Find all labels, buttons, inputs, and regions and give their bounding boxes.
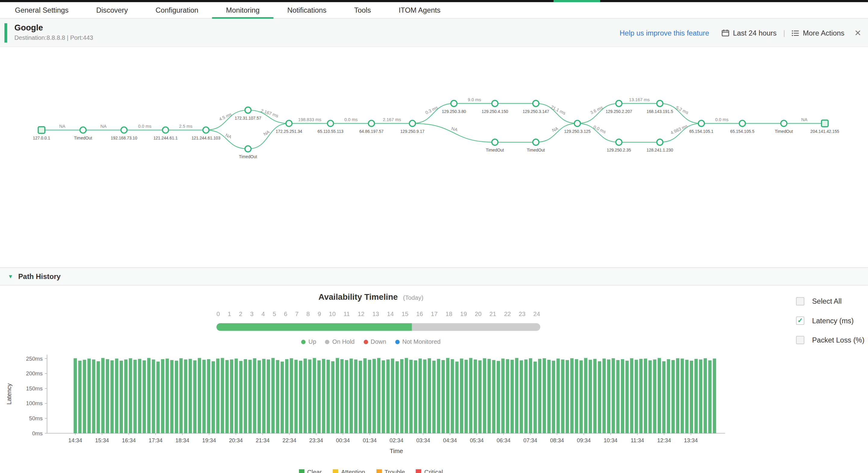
latency-bar (602, 358, 606, 433)
latency-bar (441, 360, 445, 433)
tab-discovery[interactable]: Discovery (82, 2, 142, 18)
latency-bar (212, 361, 215, 433)
hop-node-timedout[interactable] (492, 139, 498, 145)
latency-bar (607, 359, 610, 433)
tab-configuration[interactable]: Configuration (142, 2, 212, 18)
latency-bar (143, 360, 146, 433)
latency-bar (566, 360, 569, 433)
edge-latency-label: 13.167 ms (629, 97, 650, 102)
hop-node-129-250-3-147[interactable] (533, 100, 539, 106)
hop-node-192-168-73-10[interactable] (121, 127, 127, 133)
hop-node-timedout[interactable] (80, 127, 86, 133)
hour-tick: 6 (284, 310, 287, 317)
latency-bar (359, 360, 362, 433)
hop-node-172-31-107-57[interactable] (245, 107, 251, 113)
latency-bar (704, 358, 707, 433)
toggle-packet-loss[interactable]: Packet Loss (%) (796, 335, 864, 344)
latency-bar (281, 361, 284, 433)
checkbox-packet-loss[interactable] (796, 336, 804, 344)
hop-node-129-250-4-150[interactable] (492, 100, 498, 106)
latency-bar (133, 360, 137, 433)
hop-node-128-241-1-230[interactable] (657, 139, 663, 145)
latency-bar (621, 359, 624, 433)
hour-tick: 20 (475, 310, 481, 317)
latency-bar (396, 361, 399, 433)
tab-itom-agents[interactable]: ITOM Agents (385, 2, 455, 18)
checkbox-select-all[interactable] (796, 297, 804, 305)
hop-node-65-154-105-5[interactable] (739, 120, 745, 126)
path-edge (248, 124, 289, 149)
latency-bar (322, 359, 325, 433)
hop-node-129-250-2-35[interactable] (616, 139, 622, 145)
hop-node-204-141-42-155[interactable] (822, 120, 828, 127)
metric-toggles: Select All✓Latency (ms)Packet Loss (%) (796, 296, 864, 355)
hop-node-172-25-251-34[interactable] (286, 120, 292, 126)
hop-node-129-250-2-207[interactable] (616, 100, 622, 106)
hop-node-timedout[interactable] (781, 120, 787, 126)
latency-bar (570, 358, 574, 433)
x-axis-tick: 10:34 (604, 437, 618, 443)
tab-general-settings[interactable]: General Settings (1, 2, 83, 18)
toggle-select-all[interactable]: Select All (796, 296, 864, 305)
hop-node-168-143-191-5[interactable] (657, 100, 663, 106)
latency-bar (235, 358, 238, 433)
time-range-selector[interactable]: Last 24 hours (721, 29, 776, 37)
status-legend-clear: Clear (299, 469, 322, 473)
tab-notifications[interactable]: Notifications (273, 2, 340, 18)
latency-bar (506, 359, 509, 433)
latency-bar (552, 360, 555, 433)
legend-dot-icon (364, 340, 368, 344)
path-history-header[interactable]: ▼ Path History (0, 267, 868, 286)
latency-bar (533, 361, 537, 433)
toggle-latency-ms[interactable]: ✓Latency (ms) (796, 316, 864, 325)
hop-node-64-86-197-57[interactable] (368, 120, 374, 126)
latency-bar (345, 360, 348, 433)
hour-tick: 14 (387, 310, 394, 317)
hop-node-127-0-0-1[interactable] (38, 127, 45, 133)
edge-latency-label: NA (100, 124, 107, 129)
latency-bar (193, 360, 196, 433)
close-icon[interactable]: ✕ (855, 28, 861, 38)
latency-bar (299, 360, 302, 433)
hop-node-129-250-3-80[interactable] (451, 100, 457, 106)
hour-tick: 11 (344, 310, 350, 317)
latency-bar (589, 360, 592, 433)
latency-bar (110, 360, 114, 433)
hop-node-129-250-9-17[interactable] (409, 120, 415, 126)
hop-node-129-250-3-125[interactable] (575, 120, 581, 126)
latency-bar (456, 361, 459, 433)
latency-bar (653, 359, 656, 433)
latency-bar (639, 359, 643, 433)
latency-bar (165, 358, 169, 433)
latency-bar (207, 359, 210, 433)
hop-node-timedout[interactable] (245, 146, 251, 152)
header-separator: | (783, 29, 785, 37)
top-nav-active-indicator (554, 0, 600, 2)
hop-node-65-110-55-113[interactable] (327, 120, 333, 126)
latency-bar (464, 360, 468, 433)
hour-tick: 9 (318, 310, 321, 317)
latency-bar (276, 360, 279, 433)
latency-bar (672, 360, 675, 433)
hop-node-65-154-105-1[interactable] (698, 120, 704, 126)
x-axis-tick: 21:34 (255, 437, 270, 443)
monitor-title: Google (14, 23, 43, 32)
edge-latency-label: NA (59, 124, 65, 129)
help-improve-link[interactable]: Help us improve this feature (620, 29, 709, 37)
legend-item-on-hold: On Hold (325, 338, 355, 345)
hop-node-timedout[interactable] (533, 139, 539, 145)
checkbox-latency-ms[interactable]: ✓ (796, 316, 804, 325)
hop-label: 128.241.1.230 (647, 148, 673, 152)
hour-tick: 1 (227, 310, 231, 317)
tab-tools[interactable]: Tools (340, 2, 385, 18)
hop-node-121-244-61-1[interactable] (162, 127, 168, 133)
latency-bar (161, 359, 164, 433)
legend-dot-icon (325, 340, 330, 344)
more-actions-button[interactable]: More Actions (792, 29, 844, 37)
y-axis-tick: 100ms (26, 400, 42, 406)
hop-node-121-244-61-103[interactable] (203, 127, 209, 133)
latency-bar (524, 359, 528, 433)
tab-monitoring[interactable]: Monitoring (212, 2, 273, 18)
hour-tick: 23 (519, 310, 525, 317)
hour-tick: 2 (239, 310, 242, 317)
